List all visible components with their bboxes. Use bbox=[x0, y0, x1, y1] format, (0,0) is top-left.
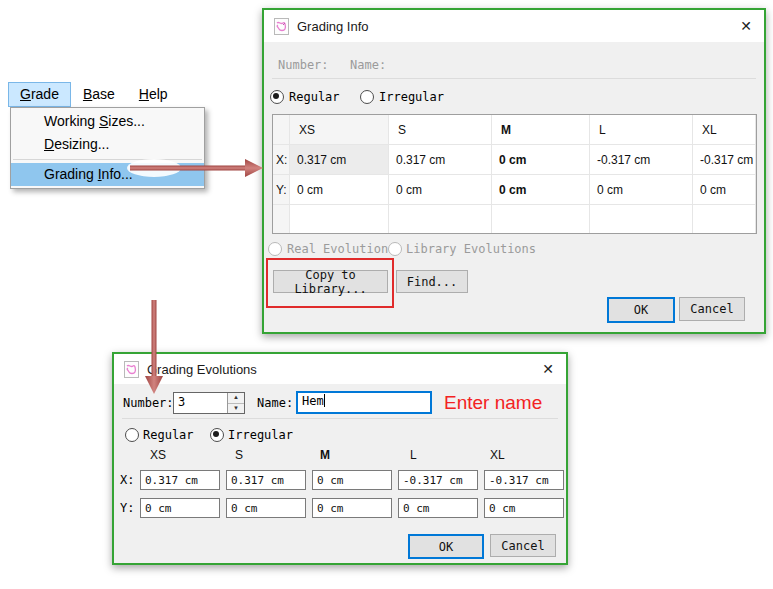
irregular-radio[interactable] bbox=[360, 90, 374, 104]
cell-y-s[interactable]: 0 cm bbox=[389, 175, 492, 205]
menu-help[interactable]: Help bbox=[127, 82, 180, 107]
irregular-radio-label: Irregular bbox=[228, 428, 293, 442]
name-label: Name: bbox=[257, 396, 293, 410]
menu-item-desizing[interactable]: Desizing... bbox=[11, 133, 204, 156]
dialog-title: Grading Info bbox=[297, 19, 369, 34]
grading-evolutions-dialog: Grading Evolutions ✕ Number: 3 ▲ ▼ Name:… bbox=[112, 352, 568, 565]
regular-radio[interactable] bbox=[125, 428, 139, 442]
real-evolutions-radio[interactable] bbox=[268, 242, 282, 256]
col-header-xs[interactable]: XS bbox=[290, 115, 389, 145]
header-s: S bbox=[235, 448, 243, 462]
cell-x-xs[interactable]: 0.317 cm bbox=[290, 145, 389, 175]
name-input[interactable]: Hem bbox=[296, 391, 432, 414]
y-row: Y: bbox=[120, 498, 570, 518]
number-label: Number: bbox=[278, 58, 329, 72]
row-label-x: X: bbox=[120, 473, 140, 487]
menu-item-working-sizes[interactable]: Working Sizes... bbox=[11, 110, 204, 133]
header-m: M bbox=[320, 448, 330, 462]
close-icon[interactable]: ✕ bbox=[740, 18, 752, 34]
y-l-input[interactable] bbox=[398, 498, 478, 518]
menu-grade[interactable]: Grade bbox=[8, 82, 71, 107]
spinner-buttons: ▲ ▼ bbox=[227, 393, 244, 413]
cell-x-s[interactable]: 0.317 cm bbox=[389, 145, 492, 175]
regular-radio-label: Regular bbox=[289, 90, 340, 104]
irregular-radio-label: Irregular bbox=[379, 90, 444, 104]
text-caret bbox=[324, 394, 325, 407]
cell-y-m[interactable]: 0 cm bbox=[492, 175, 590, 205]
spin-up-icon[interactable]: ▲ bbox=[228, 393, 244, 404]
ok-button[interactable]: OK bbox=[408, 534, 484, 559]
separator bbox=[122, 418, 558, 419]
irregular-radio[interactable] bbox=[210, 428, 224, 442]
copy-to-library-highlight-box bbox=[266, 258, 394, 308]
library-evolutions-radio[interactable] bbox=[388, 242, 402, 256]
header-xs: XS bbox=[150, 448, 166, 462]
x-xl-input[interactable] bbox=[484, 470, 564, 490]
regular-radio[interactable] bbox=[270, 90, 284, 104]
app-icon bbox=[124, 361, 139, 378]
grading-info-titlebar: Grading Info ✕ bbox=[264, 10, 764, 42]
x-s-input[interactable] bbox=[226, 470, 306, 490]
col-header-m[interactable]: M bbox=[492, 115, 590, 145]
regular-radio-label: Regular bbox=[143, 428, 194, 442]
menu-base[interactable]: Base bbox=[71, 82, 127, 107]
x-xs-input[interactable] bbox=[140, 470, 220, 490]
row-label-y: Y: bbox=[273, 175, 290, 205]
cell-x-l[interactable]: -0.317 cm bbox=[590, 145, 693, 175]
number-value: 3 bbox=[174, 393, 227, 413]
grading-table: XS S M L XL X: 0.317 cm 0.317 cm 0 cm -0… bbox=[272, 114, 757, 234]
menu-bar: Grade Base Help bbox=[8, 82, 180, 107]
separator bbox=[272, 78, 756, 79]
y-xl-input[interactable] bbox=[484, 498, 564, 518]
cell-x-xl[interactable]: -0.317 cm bbox=[693, 145, 756, 175]
row-label-y: Y: bbox=[120, 501, 140, 515]
copy-to-evolutions-arrow bbox=[138, 300, 172, 398]
name-label: Name: bbox=[350, 58, 386, 72]
x-row: X: bbox=[120, 470, 570, 490]
cell-y-xs[interactable]: 0 cm bbox=[290, 175, 389, 205]
col-header-l[interactable]: L bbox=[590, 115, 693, 145]
row-label-x: X: bbox=[273, 145, 290, 175]
header-l: L bbox=[410, 448, 417, 462]
y-m-input[interactable] bbox=[312, 498, 392, 518]
close-icon[interactable]: ✕ bbox=[542, 361, 554, 377]
cancel-button[interactable]: Cancel bbox=[490, 534, 556, 557]
cell-x-m[interactable]: 0 cm bbox=[492, 145, 590, 175]
col-header-xl[interactable]: XL bbox=[693, 115, 756, 145]
enter-name-annotation: Enter name bbox=[444, 392, 542, 414]
x-l-input[interactable] bbox=[398, 470, 478, 490]
cell-y-l[interactable]: 0 cm bbox=[590, 175, 693, 205]
header-xl: XL bbox=[490, 448, 505, 462]
corner-cell bbox=[273, 115, 290, 145]
number-label: Number: bbox=[123, 396, 174, 410]
col-header-s[interactable]: S bbox=[389, 115, 492, 145]
grading-evolutions-titlebar: Grading Evolutions ✕ bbox=[114, 354, 566, 384]
find-button[interactable]: Find... bbox=[396, 270, 468, 293]
x-m-input[interactable] bbox=[312, 470, 392, 490]
ok-button[interactable]: OK bbox=[607, 297, 675, 323]
menu-to-dialog-arrow bbox=[124, 156, 266, 180]
number-spinner[interactable]: 3 ▲ ▼ bbox=[173, 392, 245, 414]
real-evolutions-label: Real Evolutions bbox=[287, 242, 395, 256]
y-xs-input[interactable] bbox=[140, 498, 220, 518]
cell-y-xl[interactable]: 0 cm bbox=[693, 175, 756, 205]
library-evolutions-label: Library Evolutions bbox=[406, 242, 536, 256]
app-icon bbox=[274, 18, 289, 35]
y-s-input[interactable] bbox=[226, 498, 306, 518]
spin-down-icon[interactable]: ▼ bbox=[228, 404, 244, 414]
cancel-button[interactable]: Cancel bbox=[679, 297, 745, 321]
